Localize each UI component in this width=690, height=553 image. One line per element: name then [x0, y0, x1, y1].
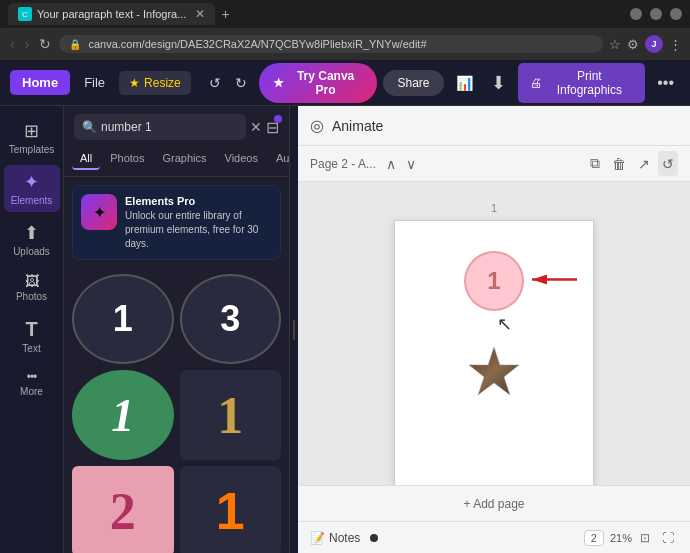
page-share-button[interactable]: ↗	[634, 151, 654, 176]
notes-label: Notes	[329, 531, 360, 545]
bookmark-icon[interactable]: ☆	[609, 37, 621, 52]
sidebar-item-elements[interactable]: ✦ Elements	[4, 165, 60, 212]
analytics-button[interactable]: 📊	[450, 71, 479, 95]
sidebar-item-more[interactable]: ••• More	[4, 364, 60, 403]
page-delete-button[interactable]: 🗑	[608, 151, 630, 176]
canvas-arrow	[527, 270, 582, 293]
zoom-fit-button[interactable]: ⊡	[636, 529, 654, 547]
resize-button[interactable]: ★ Resize	[119, 71, 191, 95]
canva-navbar: Home File ★ Resize ↺ ↻ ★ Try Canva Pro S…	[0, 60, 690, 106]
back-button[interactable]: ‹	[8, 34, 17, 54]
text-icon: T	[25, 318, 37, 341]
canvas-page-wrapper: 1 1	[394, 202, 594, 485]
file-menu[interactable]: File	[76, 70, 113, 95]
element-circle-3[interactable]: 3	[180, 274, 282, 364]
filter-tabs: All Photos Graphics Videos Audio	[64, 148, 289, 177]
page-label: Page 2 - A...	[310, 157, 376, 171]
elements-grid: 1 3 1 1 2 1 9.0s	[64, 268, 289, 553]
minimize-button[interactable]	[630, 8, 642, 20]
sidebar-item-templates[interactable]: ⊞ Templates	[4, 114, 60, 161]
canvas-element-star[interactable]	[464, 345, 524, 408]
tab-favicon: C	[18, 7, 32, 21]
page-nav-up[interactable]: ∧	[382, 154, 400, 174]
element-pink-2[interactable]: 2	[72, 466, 174, 553]
page-copy-button[interactable]: ⧉	[586, 151, 604, 176]
home-button[interactable]: Home	[10, 70, 70, 95]
uploads-icon: ⬆	[24, 222, 39, 244]
share-button[interactable]: Share	[383, 70, 443, 96]
sidebar-item-photos[interactable]: 🖼 Photos	[4, 267, 60, 308]
sidebar-item-text[interactable]: T Text	[4, 312, 60, 360]
animate-icon: ◎	[310, 116, 324, 135]
try-canva-pro-button[interactable]: ★ Try Canva Pro	[259, 63, 378, 103]
element-orange-1[interactable]: 1	[180, 466, 282, 553]
tab-close-icon[interactable]: ✕	[195, 7, 205, 21]
tab-graphics[interactable]: Graphics	[154, 148, 214, 170]
maximize-button[interactable]	[650, 8, 662, 20]
address-bar: ‹ › ↻ 🔒 canva.com/design/DAE32CRaX2A/N7Q…	[0, 28, 690, 60]
extension-icon[interactable]: ⚙	[627, 37, 639, 52]
zoom-level-label: 21%	[610, 532, 632, 544]
element-gold-1[interactable]: 1	[180, 370, 282, 460]
more-options-button[interactable]: •••	[651, 70, 680, 96]
page-refresh-button[interactable]: ↺	[658, 151, 678, 176]
canvas-element-circle[interactable]: 1	[464, 251, 524, 311]
notes-icon: 📝	[310, 531, 325, 545]
tab-videos[interactable]: Videos	[217, 148, 266, 170]
elements-icon: ✦	[24, 171, 39, 193]
undo-button[interactable]: ↺	[203, 71, 227, 95]
page-actions: ⧉ 🗑 ↗ ↺	[586, 151, 678, 176]
printer-icon: 🖨	[530, 76, 542, 90]
star-icon: ★	[129, 76, 140, 90]
browser-actions: ☆ ⚙ J ⋮	[609, 35, 682, 53]
forward-button[interactable]: ›	[23, 34, 32, 54]
sidebar-item-uploads[interactable]: ⬆ Uploads	[4, 216, 60, 263]
notes-section[interactable]: 📝 Notes	[310, 531, 360, 545]
tab-audio[interactable]: Audio	[268, 148, 290, 170]
fullscreen-button[interactable]: ⛶	[658, 529, 678, 547]
page-canvas[interactable]: 1	[394, 220, 594, 485]
element-circle-1[interactable]: 1	[72, 274, 174, 364]
page-indicator[interactable]: 2	[584, 530, 604, 546]
promo-text: Elements Pro Unlock our entire library o…	[125, 194, 272, 251]
add-page-button[interactable]: + Add page	[463, 497, 524, 511]
new-tab-button[interactable]: +	[221, 6, 229, 22]
title-bar: C Your paragraph text - Infogra... ✕ +	[0, 0, 690, 28]
print-infographics-button[interactable]: 🖨 Print Infographics	[518, 63, 646, 103]
canva-pro-icon: ★	[273, 76, 284, 90]
menu-dots-icon[interactable]: ⋮	[669, 37, 682, 52]
search-field-wrapper[interactable]: 🔍 number 1	[74, 114, 246, 140]
address-input[interactable]: 🔒 canva.com/design/DAE32CRaX2A/N7QCBYw8i…	[59, 35, 603, 53]
close-button[interactable]	[670, 8, 682, 20]
search-input[interactable]: number 1	[101, 120, 238, 134]
filter-button-wrapper: ⊟	[266, 118, 279, 137]
tab-title: Your paragraph text - Infogra...	[37, 8, 186, 20]
browser-tab[interactable]: C Your paragraph text - Infogra... ✕	[8, 3, 215, 25]
notes-dot	[370, 534, 378, 542]
search-clear-button[interactable]: ✕	[250, 119, 262, 135]
reload-button[interactable]: ↻	[37, 34, 53, 54]
panel-divider[interactable]	[290, 106, 298, 553]
elements-panel: 🔍 number 1 ✕ ⊟ All Photos Graphics Video…	[64, 106, 290, 553]
templates-icon: ⊞	[24, 120, 39, 142]
page-nav-down[interactable]: ∨	[402, 154, 420, 174]
tab-all[interactable]: All	[72, 148, 100, 170]
canvas-content: 1 1	[298, 182, 690, 485]
photos-icon: 🖼	[25, 273, 39, 289]
redo-button[interactable]: ↻	[229, 71, 253, 95]
promo-icon: ✦	[81, 194, 117, 230]
elements-pro-banner[interactable]: ✦ Elements Pro Unlock our entire library…	[72, 185, 281, 260]
download-button[interactable]: ⬇	[485, 68, 512, 98]
zoom-controls: 21% ⊡ ⛶	[610, 529, 678, 547]
animate-label[interactable]: Animate	[332, 118, 383, 134]
add-page-bar: + Add page	[298, 485, 690, 521]
profile-avatar[interactable]: J	[645, 35, 663, 53]
tab-photos[interactable]: Photos	[102, 148, 152, 170]
filter-badge	[274, 115, 282, 123]
cursor-icon: ↖	[497, 313, 512, 335]
bottom-bar: 📝 Notes 2 21% ⊡ ⛶	[298, 521, 690, 553]
more-icon: •••	[27, 370, 37, 384]
undo-redo-controls: ↺ ↻	[203, 71, 253, 95]
element-green-1[interactable]: 1	[72, 370, 174, 460]
canvas-inner: 1	[395, 221, 593, 428]
